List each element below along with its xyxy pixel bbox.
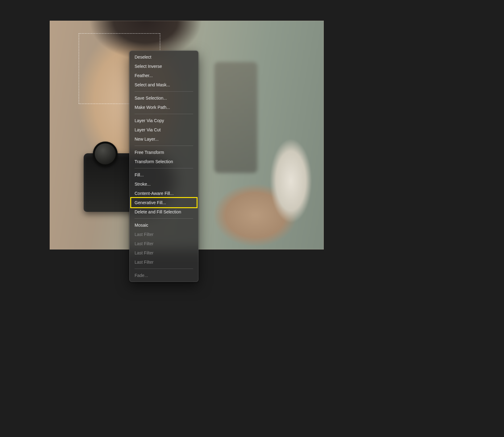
menu-item: Last Filter: [130, 258, 198, 267]
menu-item[interactable]: Generative Fill...: [130, 198, 198, 207]
menu-separator: [135, 91, 193, 92]
menu-item[interactable]: Feather...: [130, 71, 198, 80]
menu-item: Last Filter: [130, 230, 198, 239]
menu-separator: [135, 114, 193, 114]
context-menu[interactable]: DeselectSelect InverseFeather...Select a…: [129, 51, 198, 282]
menu-item: Last Filter: [130, 248, 198, 258]
menu-item[interactable]: Layer Via Cut: [130, 125, 198, 134]
menu-item[interactable]: Fill...: [130, 170, 198, 179]
menu-item[interactable]: Select and Mask...: [130, 80, 198, 89]
menu-item[interactable]: Transform Selection: [130, 157, 198, 166]
menu-separator: [135, 269, 193, 269]
menu-item[interactable]: Select Inverse: [130, 62, 198, 71]
menu-item: Last Filter: [130, 239, 198, 248]
menu-separator: [135, 218, 193, 219]
menu-separator: [135, 168, 193, 168]
menu-item[interactable]: Stroke...: [130, 179, 198, 189]
menu-item[interactable]: Content-Aware Fill...: [130, 189, 198, 198]
menu-item[interactable]: Delete and Fill Selection: [130, 207, 198, 216]
menu-item[interactable]: Free Transform: [130, 148, 198, 157]
menu-separator: [135, 146, 193, 146]
menu-item[interactable]: Mosaic: [130, 221, 198, 230]
menu-item: Fade...: [130, 271, 198, 280]
menu-item[interactable]: Save Selection...: [130, 93, 198, 103]
menu-item[interactable]: Layer Via Copy: [130, 116, 198, 125]
menu-item[interactable]: Make Work Path...: [130, 103, 198, 112]
menu-item[interactable]: New Layer...: [130, 134, 198, 144]
menu-item[interactable]: Deselect: [130, 52, 198, 62]
